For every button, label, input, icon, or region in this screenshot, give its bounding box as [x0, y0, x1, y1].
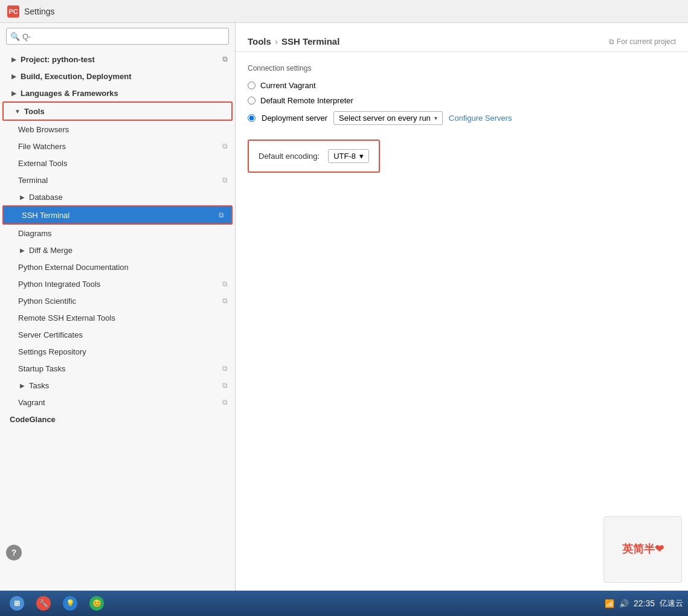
taskbar-speed-tool: 亿速云	[660, 598, 683, 609]
radio-remote-interpreter[interactable]: Default Remote Interpreter	[248, 96, 676, 105]
copy-icon: ⧉	[219, 211, 224, 219]
right-panel: Tools › SSH Terminal ⧉ For current proje…	[236, 23, 688, 591]
sidebar-item-label: Web Browsers	[18, 125, 69, 134]
sidebar-item-server-certs[interactable]: Server Certificates	[0, 326, 235, 343]
copy-icon: ⧉	[222, 55, 228, 63]
arrow-icon: ▶	[18, 381, 27, 390]
sidebar-item-external-tools[interactable]: External Tools	[0, 155, 235, 172]
sidebar-item-label: Diagrams	[18, 229, 52, 238]
sidebar-item-label: Settings Repository	[18, 347, 86, 356]
sidebar-item-ssh-terminal[interactable]: SSH Terminal ⧉	[4, 207, 231, 223]
sidebar-item-web-browsers[interactable]: Web Browsers	[0, 121, 235, 138]
sidebar-item-file-watchers[interactable]: File Watchers ⧉	[0, 138, 235, 155]
encoding-label: Default encoding:	[259, 152, 320, 161]
taskbar-network-icon: 📶	[605, 599, 614, 608]
server-select-value: Select server on every run	[339, 114, 431, 123]
encoding-select-dropdown[interactable]: UTF-8 ▾	[328, 149, 369, 163]
arrow-icon: ▶	[18, 193, 27, 201]
arrow-icon: ▼	[13, 107, 22, 115]
breadcrumb-separator: ›	[275, 36, 278, 47]
arrow-icon: ▶	[10, 55, 18, 63]
radio-vagrant[interactable]: Current Vagrant	[248, 81, 676, 90]
panel-header: Tools › SSH Terminal ⧉ For current proje…	[236, 23, 688, 52]
sidebar-item-label: Project: python-test	[21, 55, 95, 64]
sidebar-item-label: Python Integrated Tools	[18, 280, 100, 289]
sidebar-item-remote-ssh[interactable]: Remote SSH External Tools	[0, 309, 235, 326]
radio-vagrant-input[interactable]	[248, 82, 256, 89]
sidebar-item-languages[interactable]: ▶ Languages & Frameworks	[0, 85, 235, 101]
taskbar-icon-3: 😊	[89, 596, 104, 611]
app-icon: PC	[7, 5, 19, 18]
sidebar-item-codeglance[interactable]: CodeGlance	[0, 411, 235, 428]
arrow-icon: ▶	[10, 72, 18, 80]
breadcrumb-current: SSH Terminal	[281, 36, 339, 47]
sidebar-item-python-int-tools[interactable]: Python Integrated Tools ⧉	[0, 275, 235, 292]
radio-remote-label: Default Remote Interpreter	[260, 96, 353, 105]
sidebar-item-tasks[interactable]: ▶ Tasks ⧉	[0, 377, 235, 394]
main-content: 🔍 ▶ Project: python-test ⧉ ▶ Build, Exec…	[0, 23, 688, 591]
for-project-label: For current project	[617, 37, 676, 46]
sidebar-item-python-scientific[interactable]: Python Scientific ⧉	[0, 292, 235, 309]
sidebar-item-tools[interactable]: ▼ Tools	[4, 103, 231, 120]
encoding-value: UTF-8	[333, 152, 356, 161]
sidebar-item-label: CodeGlance	[10, 415, 56, 424]
search-input[interactable]	[6, 28, 229, 45]
taskbar-start-button[interactable]: ⊞	[5, 593, 29, 614]
radio-deployment[interactable]: Deployment server Select server on every…	[248, 111, 676, 125]
sidebar-item-label: Diff & Merge	[29, 246, 72, 255]
radio-deployment-input[interactable]	[248, 114, 256, 122]
taskbar-right: 📶 🔊 22:35 亿速云	[605, 598, 683, 609]
sidebar-item-label: Tools	[24, 107, 45, 116]
copy-icon: ⧉	[222, 364, 228, 373]
sidebar-item-label: Server Certificates	[18, 330, 83, 339]
sidebar-item-label: Startup Tasks	[18, 364, 66, 373]
sidebar-item-label: Vagrant	[18, 398, 45, 407]
taskbar: ⊞ 🔧 💡 😊 📶 🔊 22:35 亿速云	[0, 591, 688, 616]
sidebar-item-label: Python Scientific	[18, 297, 76, 306]
sidebar-item-database[interactable]: ▶ Database	[0, 188, 235, 205]
sidebar-item-label: File Watchers	[18, 142, 66, 151]
sidebar-item-label: Python External Documentation	[18, 263, 129, 272]
for-project: ⧉ For current project	[609, 37, 676, 46]
help-button[interactable]: ?	[6, 545, 22, 560]
sidebar-item-python-ext-docs[interactable]: Python External Documentation	[0, 258, 235, 275]
sidebar-list: ▶ Project: python-test ⧉ ▶ Build, Execut…	[0, 50, 235, 591]
sidebar-item-build[interactable]: ▶ Build, Execution, Deployment	[0, 68, 235, 85]
settings-window: PC Settings 🔍 ▶ Project: python-test ⧉ ▶	[0, 0, 688, 616]
taskbar-icon-2: 💡	[63, 596, 77, 611]
encoding-box: Default encoding: UTF-8 ▾	[248, 140, 380, 173]
sidebar-item-project[interactable]: ▶ Project: python-test ⧉	[0, 51, 235, 68]
radio-deployment-label: Deployment server	[262, 114, 327, 123]
sticker-text: 英简半❤	[620, 541, 666, 559]
sidebar-item-label: External Tools	[18, 159, 67, 168]
sidebar-item-label: Tasks	[29, 381, 49, 390]
copy-icon: ⧉	[222, 280, 228, 288]
taskbar-item-2[interactable]: 💡	[58, 593, 82, 614]
radio-remote-input[interactable]	[248, 97, 256, 104]
start-icon: ⊞	[10, 596, 24, 611]
taskbar-item-1[interactable]: 🔧	[31, 593, 56, 614]
arrow-icon: ▶	[18, 246, 27, 254]
search-box[interactable]: 🔍	[6, 28, 229, 45]
sidebar-item-startup-tasks[interactable]: Startup Tasks ⧉	[0, 360, 235, 377]
sidebar-item-diff-merge[interactable]: ▶ Diff & Merge	[0, 242, 235, 258]
radio-group: Current Vagrant Default Remote Interpret…	[248, 81, 676, 125]
connection-settings-label: Connection settings	[248, 64, 676, 72]
copy-icon: ⧉	[222, 142, 228, 150]
sidebar-item-terminal[interactable]: Terminal ⧉	[0, 172, 235, 188]
server-select-dropdown[interactable]: Select server on every run ▾	[333, 111, 443, 125]
taskbar-clock: 22:35	[634, 598, 655, 608]
sidebar-item-diagrams[interactable]: Diagrams	[0, 225, 235, 242]
taskbar-item-3[interactable]: 😊	[85, 593, 109, 614]
arrow-icon: ▶	[10, 89, 18, 97]
copy-icon: ⧉	[222, 297, 228, 305]
sidebar-item-vagrant[interactable]: Vagrant ⧉	[0, 394, 235, 411]
sidebar-item-label: Terminal	[18, 176, 48, 185]
configure-servers-link[interactable]: Configure Servers	[449, 114, 512, 123]
taskbar-volume-icon: 🔊	[619, 599, 629, 608]
sidebar-item-settings-repo[interactable]: Settings Repository	[0, 343, 235, 360]
copy-icon: ⧉	[222, 381, 228, 390]
window-title: Settings	[24, 7, 55, 16]
panel-body: Connection settings Current Vagrant Defa…	[236, 52, 688, 591]
copy-icon: ⧉	[222, 176, 228, 184]
